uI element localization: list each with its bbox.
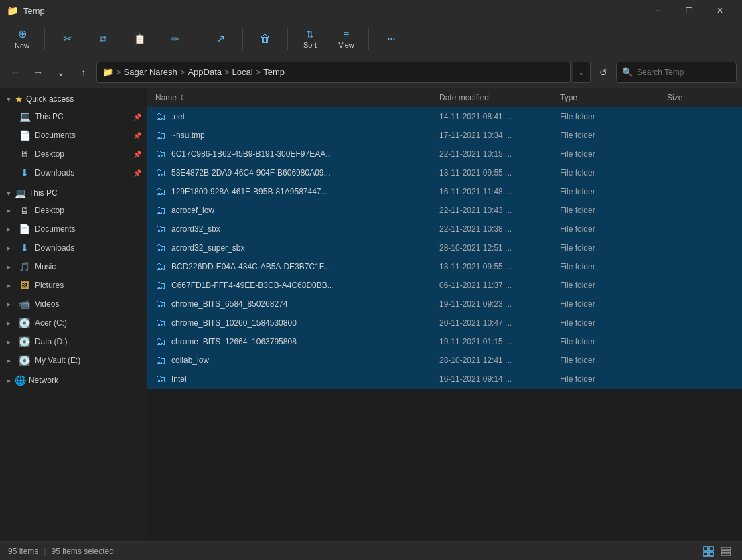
new-label: New xyxy=(15,42,29,50)
forward-button[interactable]: → xyxy=(28,62,48,82)
network-header[interactable]: ► 🌐 Network xyxy=(0,372,147,389)
desktop-pin-icon: 📌 xyxy=(133,151,141,158)
refresh-button[interactable]: ↺ xyxy=(593,62,613,82)
music-pc-label: Music xyxy=(35,262,56,271)
svg-rect-4 xyxy=(721,547,731,549)
thispc-section: ▼ 💻 This PC ► 🖥 Desktop ► 📄 Documents ► … xyxy=(0,185,147,370)
address-dropdown-button[interactable]: ⌄ xyxy=(573,62,591,83)
up-button[interactable]: ↑ xyxy=(74,62,94,82)
breadcrumb-item-0[interactable]: Sagar Naresh xyxy=(124,67,177,77)
thispc-label: This PC xyxy=(35,112,64,121)
sidebar-item-videos-pc[interactable]: ► 📹 Videos xyxy=(0,295,147,313)
breadcrumb-item-1[interactable]: AppData xyxy=(188,67,222,77)
downloads-pc-icon: ⬇ xyxy=(19,242,31,253)
table-row[interactable]: 🗂 .net 14-11-2021 08:41 ... File folder xyxy=(147,107,742,126)
sidebar-item-desktop-pc[interactable]: ► 🖥 Desktop xyxy=(0,201,147,220)
file-type: File folder xyxy=(560,262,667,271)
downloads-pc-expand: ► xyxy=(5,244,12,252)
table-row[interactable]: 🗂 chrome_BITS_10260_1584530800 20-11-202… xyxy=(147,313,742,332)
file-type: File folder xyxy=(560,224,667,234)
thispc-header[interactable]: ▼ 💻 This PC xyxy=(0,185,147,201)
grid-view-button[interactable] xyxy=(718,544,734,559)
videos-pc-label: Videos xyxy=(35,299,59,309)
delete-button[interactable]: 🗑 xyxy=(248,24,282,54)
list-view-button[interactable] xyxy=(700,544,717,559)
table-row[interactable]: 🗂 Intel 16-11-2021 09:14 ... File folder xyxy=(147,370,742,389)
downloads-qa-icon: ⬇ xyxy=(19,167,31,178)
svg-rect-2 xyxy=(704,552,708,556)
copy-button[interactable]: ⧉ xyxy=(86,24,120,54)
minimize-button[interactable]: − xyxy=(643,0,674,21)
table-row[interactable]: 🗂 acrord32_super_sbx 28-10-2021 12:51 ..… xyxy=(147,238,742,257)
file-name: 6C17C986-1B62-45B9-B191-300EF97EAA... xyxy=(171,149,439,159)
thispc-section-chevron: ▼ xyxy=(5,190,12,197)
table-row[interactable]: 🗂 53E4872B-2DA9-46C4-904F-B606980A09... … xyxy=(147,163,742,182)
sidebar-item-myvault-e[interactable]: ► 💽 My Vault (E:) xyxy=(0,351,147,370)
folder-icon: 🗂 xyxy=(155,129,166,141)
selected-count: 95 items selected xyxy=(51,547,113,556)
table-row[interactable]: 🗂 acrord32_sbx 22-11-2021 10:38 ... File… xyxy=(147,220,742,238)
data-d-icon: 💽 xyxy=(19,336,31,347)
table-row[interactable]: 🗂 129F1800-928A-461E-B95B-81A9587447... … xyxy=(147,182,742,201)
sidebar-item-acer-c[interactable]: ► 💽 Acer (C:) xyxy=(0,313,147,332)
sort-button[interactable]: ⇅ Sort xyxy=(293,24,327,54)
view-button[interactable]: ≡ View xyxy=(329,24,363,54)
table-row[interactable]: 🗂 ~nsu.tmp 17-11-2021 10:34 ... File fol… xyxy=(147,126,742,145)
quick-access-label: Quick access xyxy=(26,94,74,104)
sidebar-item-downloads-qa[interactable]: ⬇ Downloads 📌 xyxy=(0,163,147,182)
back-button[interactable]: ← xyxy=(5,62,25,82)
sidebar-item-documents[interactable]: 📄 Documents 📌 xyxy=(0,126,147,145)
table-row[interactable]: 🗂 acrocef_low 22-11-2021 10:43 ... File … xyxy=(147,201,742,220)
col-header-date[interactable]: Date modified xyxy=(439,93,560,102)
desktop-pc-expand: ► xyxy=(5,207,12,214)
breadcrumb-item-3[interactable]: Temp xyxy=(263,67,285,77)
acer-c-icon: 💽 xyxy=(19,318,31,328)
file-date: 16-11-2021 09:14 ... xyxy=(439,374,560,384)
sidebar-item-documents-pc[interactable]: ► 📄 Documents xyxy=(0,220,147,238)
file-type: File folder xyxy=(560,149,667,159)
quick-access-section: ▼ ★ Quick access 💻 This PC 📌 📄 Documents… xyxy=(0,91,147,182)
col-header-size[interactable]: Size xyxy=(667,93,734,102)
search-input[interactable] xyxy=(637,68,737,77)
window-title: Temp xyxy=(23,6,638,16)
sidebar-item-downloads-pc[interactable]: ► ⬇ Downloads xyxy=(0,238,147,257)
breadcrumb-item-2[interactable]: Local xyxy=(232,67,253,77)
paste-button[interactable]: 📋 xyxy=(123,24,156,54)
thispc-section-label: This PC xyxy=(29,188,58,198)
file-type: File folder xyxy=(560,281,667,290)
recent-button[interactable]: ⌄ xyxy=(51,62,71,82)
quick-access-header[interactable]: ▼ ★ Quick access xyxy=(0,91,147,107)
rename-button[interactable]: ✏ xyxy=(159,24,192,54)
file-name: BCD226DD-E04A-434C-AB5A-DE3B7C1F... xyxy=(171,262,439,271)
file-type: File folder xyxy=(560,318,667,328)
table-row[interactable]: 🗂 chrome_BITS_6584_850268274 19-11-2021 … xyxy=(147,295,742,313)
title-bar: 📁 Temp − ❐ ✕ xyxy=(0,0,742,21)
close-button[interactable]: ✕ xyxy=(704,0,735,21)
sidebar-item-pictures-pc[interactable]: ► 🖼 Pictures xyxy=(0,276,147,295)
col-header-type[interactable]: Type xyxy=(560,93,667,102)
sidebar-item-desktop[interactable]: 🖥 Desktop 📌 xyxy=(0,145,147,163)
svg-rect-1 xyxy=(709,547,713,551)
table-row[interactable]: 🗂 6C17C986-1B62-45B9-B191-300EF97EAA... … xyxy=(147,145,742,163)
toolbar-separator-2 xyxy=(198,28,198,50)
sidebar-item-thispc[interactable]: 💻 This PC 📌 xyxy=(0,107,147,126)
new-button[interactable]: ⊕ New xyxy=(5,24,39,54)
table-row[interactable]: 🗂 chrome_BITS_12664_1063795808 19-11-202… xyxy=(147,332,742,351)
col-header-name[interactable]: Name ⇧ xyxy=(155,93,439,102)
table-row[interactable]: 🗂 C667FD1B-FFF4-49EE-B3CB-A4C68D0BB... 0… xyxy=(147,276,742,295)
file-date: 19-11-2021 09:23 ... xyxy=(439,299,560,309)
file-area: Name ⇧ Date modified Type Size 🗂 .net 14… xyxy=(147,88,742,541)
breadcrumb[interactable]: 📁 > Sagar Naresh > AppData > Local > Tem… xyxy=(96,62,571,83)
share-button[interactable]: ↗ xyxy=(204,24,237,54)
pictures-pc-expand: ► xyxy=(5,282,12,289)
col-name-label: Name xyxy=(155,93,177,102)
cut-button[interactable]: ✂ xyxy=(50,24,84,54)
table-row[interactable]: 🗂 BCD226DD-E04A-434C-AB5A-DE3B7C1F... 13… xyxy=(147,257,742,276)
search-box: 🔍 xyxy=(616,62,737,83)
sidebar-item-data-d[interactable]: ► 💽 Data (D:) xyxy=(0,332,147,351)
restore-button[interactable]: ❐ xyxy=(674,0,704,21)
sidebar-item-music-pc[interactable]: ► 🎵 Music xyxy=(0,257,147,276)
more-button[interactable]: ··· xyxy=(374,24,408,54)
table-row[interactable]: 🗂 collab_low 28-10-2021 12:41 ... File f… xyxy=(147,351,742,370)
data-d-label: Data (D:) xyxy=(35,337,68,346)
